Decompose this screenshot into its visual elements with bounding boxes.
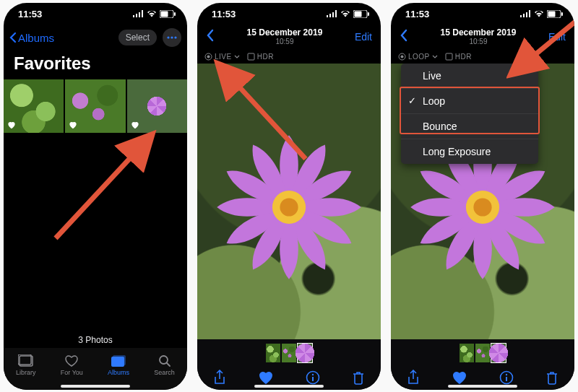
- live-icon: [398, 53, 406, 61]
- strip-thumb-selected[interactable]: [491, 344, 506, 362]
- screen-live-menu: 11:53 15 December 2019 10:59 Edit LOOP: [391, 3, 574, 390]
- strip-thumb[interactable]: [460, 344, 474, 362]
- home-indicator[interactable]: [61, 385, 130, 388]
- favorite-button[interactable]: [452, 370, 467, 385]
- photo-badges: LIVE HDR: [197, 49, 381, 64]
- svg-point-5: [174, 36, 176, 38]
- photo-toolbar: [391, 339, 574, 390]
- chevron-down-icon: [432, 55, 438, 58]
- thumbnail[interactable]: [127, 79, 187, 133]
- tab-search[interactable]: Search: [154, 354, 175, 376]
- back-button[interactable]: [206, 29, 215, 45]
- signal-icon: [520, 10, 531, 17]
- svg-rect-22: [312, 377, 314, 381]
- svg-rect-2: [174, 12, 176, 16]
- share-icon: [213, 370, 226, 386]
- hdr-badge: HDR: [247, 52, 274, 61]
- svg-rect-9: [113, 355, 126, 365]
- info-icon: [306, 370, 320, 385]
- status-bar: 11:53: [4, 3, 187, 25]
- menu-item-live[interactable]: Live: [401, 64, 538, 88]
- select-button[interactable]: Select: [118, 30, 157, 45]
- photo-toolbar: [197, 339, 381, 390]
- status-bar: 11:53: [197, 3, 381, 25]
- screen-favorites: 11:53 Albums Select Favorites: [4, 3, 187, 390]
- info-button[interactable]: [306, 370, 320, 385]
- info-icon: [499, 370, 514, 385]
- svg-line-11: [56, 137, 150, 238]
- thumbnail-strip[interactable]: [391, 342, 574, 365]
- search-icon: [158, 354, 171, 367]
- svg-point-28: [401, 55, 404, 58]
- svg-rect-13: [355, 11, 362, 17]
- home-indicator[interactable]: [254, 385, 324, 388]
- share-button[interactable]: [213, 370, 226, 386]
- status-bar: 11:53: [391, 3, 574, 25]
- thumbnail-strip[interactable]: [197, 342, 381, 365]
- svg-rect-17: [248, 53, 254, 60]
- navbar: Albums Select: [4, 25, 187, 51]
- favorite-icon: [68, 120, 78, 130]
- svg-point-31: [473, 198, 491, 216]
- svg-rect-14: [368, 12, 369, 16]
- tab-albums[interactable]: Albums: [108, 354, 129, 376]
- battery-icon: [547, 10, 563, 18]
- info-button[interactable]: [499, 370, 514, 385]
- svg-point-3: [167, 36, 169, 38]
- signal-icon: [133, 10, 144, 17]
- page-title: Favorites: [4, 51, 187, 79]
- live-effect-menu: Live Loop Bounce Long Exposure: [401, 64, 538, 164]
- hdr-icon: [247, 53, 255, 61]
- photo-navbar: 15 December 2019 10:59 Edit: [197, 25, 381, 49]
- wifi-icon: [534, 10, 544, 17]
- hdr-icon: [445, 53, 453, 61]
- svg-rect-26: [561, 12, 563, 16]
- strip-thumb-selected[interactable]: [298, 344, 312, 362]
- tab-library[interactable]: Library: [16, 354, 36, 376]
- chevron-left-icon: [400, 29, 408, 42]
- photo-date: 15 December 2019 10:59: [441, 28, 517, 45]
- delete-button[interactable]: [352, 370, 365, 385]
- live-badge[interactable]: LIVE: [204, 52, 240, 61]
- photo-badges: LOOP HDR: [391, 49, 574, 64]
- back-button[interactable]: [400, 29, 408, 45]
- svg-rect-25: [548, 11, 556, 17]
- more-button[interactable]: [163, 28, 181, 47]
- strip-thumb[interactable]: [266, 344, 280, 362]
- photo-viewer[interactable]: [197, 64, 381, 339]
- favorite-button[interactable]: [258, 370, 274, 385]
- svg-point-33: [506, 374, 507, 375]
- menu-item-bounce[interactable]: Bounce: [401, 113, 538, 139]
- signal-icon: [327, 10, 337, 17]
- status-icons: [133, 10, 176, 18]
- trash-icon: [545, 370, 558, 385]
- status-time: 11:53: [212, 9, 236, 19]
- tab-foryou[interactable]: For You: [61, 354, 83, 376]
- svg-point-4: [171, 36, 173, 38]
- home-indicator[interactable]: [448, 385, 517, 388]
- edit-button[interactable]: Edit: [355, 31, 372, 43]
- loop-badge[interactable]: LOOP: [398, 52, 438, 61]
- status-icons: [520, 10, 563, 18]
- thumbnail[interactable]: [65, 79, 125, 133]
- battery-icon: [353, 10, 369, 18]
- favorite-icon: [7, 120, 17, 130]
- back-to-albums[interactable]: Albums: [9, 32, 54, 44]
- svg-point-10: [160, 356, 168, 364]
- chevron-left-icon: [206, 29, 215, 42]
- battery-icon: [160, 10, 176, 18]
- delete-button[interactable]: [545, 370, 558, 385]
- edit-button[interactable]: Edit: [548, 31, 566, 43]
- menu-item-loop[interactable]: Loop: [401, 88, 538, 113]
- trash-icon: [352, 370, 365, 385]
- menu-item-long-exposure[interactable]: Long Exposure: [401, 139, 538, 164]
- photo-navbar: 15 December 2019 10:59 Edit: [391, 25, 574, 49]
- chevron-down-icon: [234, 55, 240, 58]
- back-label: Albums: [18, 32, 54, 44]
- svg-rect-1: [161, 11, 168, 17]
- tab-bar: Library For You Albums Search: [4, 348, 187, 390]
- share-button[interactable]: [407, 370, 420, 386]
- thumbnail[interactable]: [4, 79, 64, 133]
- share-icon: [407, 370, 420, 386]
- heart-filled-icon: [452, 370, 467, 385]
